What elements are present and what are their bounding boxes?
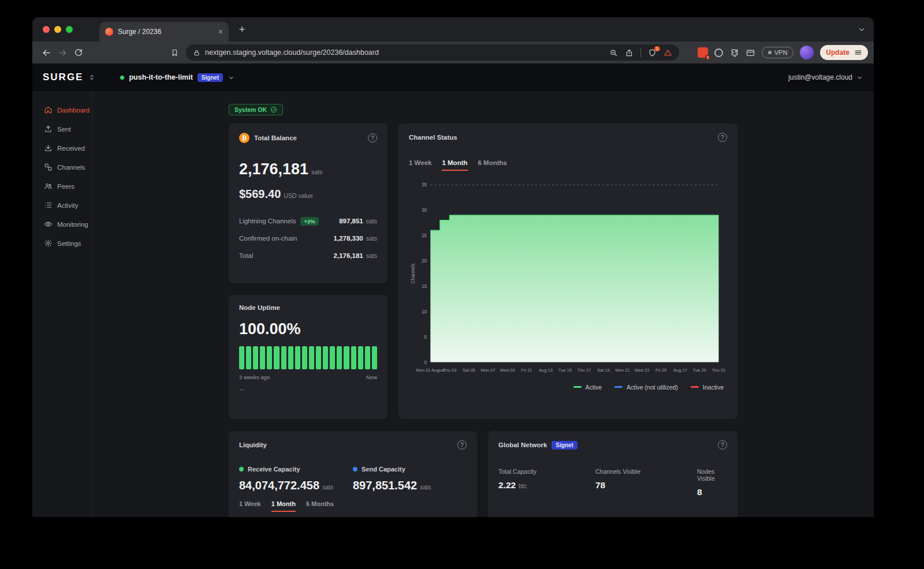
sidebar-item-label: Sent	[57, 126, 71, 133]
node-switcher-icon[interactable]	[88, 73, 96, 81]
new-tab-button[interactable]: +	[233, 21, 251, 38]
url-text[interactable]: nextgen.staging.voltage.cloud/surge/2023…	[205, 48, 605, 57]
usd-label: USD value	[284, 192, 312, 199]
percent-change-badge: +2%	[300, 217, 318, 226]
toolbar-right-cluster: 6 VPN Update	[698, 45, 868, 60]
uptime-bar	[330, 346, 335, 369]
help-icon[interactable]: ?	[368, 133, 377, 143]
channel-chart: 05101520253035Mon 01 AugustThu 03Sat 05M…	[409, 179, 727, 378]
adblock-extension-icon[interactable]: 6	[698, 47, 708, 58]
legend-item-inactive: Inactive	[691, 384, 724, 391]
reload-button[interactable]	[70, 44, 87, 61]
legend-label: Active	[586, 384, 602, 391]
tab-6-months[interactable]: 6 Months	[478, 159, 507, 171]
svg-text:5: 5	[424, 334, 427, 340]
minimize-window-button[interactable]	[54, 26, 61, 33]
browser-tab[interactable]: Surge / 20236 ×	[99, 22, 229, 42]
shield-badge: 1	[654, 46, 660, 51]
warning-extension-icon[interactable]	[664, 48, 672, 57]
wallet-icon[interactable]	[746, 48, 755, 58]
svg-text:30: 30	[422, 207, 427, 213]
vpn-button[interactable]: VPN	[762, 47, 794, 58]
system-status-label: System OK	[234, 106, 267, 113]
stat-channels-visible: Channels Visible 78	[595, 468, 697, 497]
receive-label: Receive Capacity	[248, 466, 300, 473]
sidebar-item-dashboard[interactable]: Dashboard	[32, 100, 92, 119]
sidebar-item-label: Channels	[57, 164, 85, 171]
update-button[interactable]: Update	[820, 45, 868, 60]
help-icon[interactable]: ?	[718, 133, 727, 142]
profile-avatar[interactable]	[800, 46, 814, 59]
uptime-back-arrow[interactable]: ←	[239, 385, 377, 392]
card-title: Total Balance	[254, 134, 297, 141]
back-button[interactable]	[38, 44, 54, 61]
sidebar-item-peers[interactable]: Peers	[32, 177, 92, 196]
sidebar-item-sent[interactable]: Sent	[32, 119, 92, 138]
site-security-lock-icon[interactable]	[193, 49, 200, 57]
legend-swatch	[573, 386, 582, 388]
tab-1-month[interactable]: 1 Month	[271, 500, 296, 512]
fullscreen-window-button[interactable]	[66, 26, 73, 33]
tab-1-month[interactable]: 1 Month	[442, 159, 467, 171]
tab-6-months[interactable]: 6 Months	[306, 500, 334, 512]
sidebar-item-label: Activity	[57, 202, 78, 209]
receive-value: 84,074,772.458	[239, 479, 319, 492]
balance-sats: 2,176,181	[239, 160, 308, 178]
svg-text:Fri 25: Fri 25	[655, 368, 666, 373]
zoom-out-icon[interactable]	[609, 48, 618, 57]
forward-button[interactable]	[54, 44, 70, 61]
tab-1-week[interactable]: 1 Week	[239, 500, 261, 512]
sidebar-item-label: Dashboard	[57, 107, 90, 114]
menu-hamburger-icon[interactable]	[854, 48, 862, 57]
svg-text:Sat 05: Sat 05	[463, 368, 475, 373]
global-network-card: Global Network Signet ? Total Capacity 2…	[488, 431, 737, 517]
uptime-bar	[337, 346, 342, 369]
uptime-bar	[288, 346, 293, 369]
eye-icon	[44, 220, 53, 229]
address-bar[interactable]: nextgen.staging.voltage.cloud/surge/2023…	[186, 44, 679, 61]
account-menu[interactable]: justin@voltage.cloud	[788, 73, 863, 81]
svg-text:10: 10	[422, 309, 427, 315]
row-label: Confirmed on-chain	[239, 235, 297, 242]
stat-value: 8	[697, 487, 702, 497]
tab-1-week[interactable]: 1 Week	[409, 159, 431, 171]
extensions-puzzle-icon[interactable]	[729, 48, 739, 58]
activity-list-icon	[44, 201, 53, 209]
dashboard-content[interactable]: System OK ₿ Total Balance ?	[92, 91, 874, 517]
svg-text:Channels: Channels	[410, 263, 416, 283]
bookmark-icon[interactable]	[166, 44, 182, 61]
node-selector[interactable]: push-it-to-the-limit Signet	[120, 73, 235, 82]
svg-text:Wed 09: Wed 09	[500, 368, 515, 373]
card-title: Channel Status	[409, 134, 457, 141]
total-balance-usd: $569.40USD value	[239, 188, 377, 201]
bitcoin-icon: ₿	[239, 133, 249, 143]
uptime-bar	[302, 346, 307, 369]
chevron-down-icon	[228, 74, 235, 81]
uptime-bar	[260, 346, 265, 369]
uptime-bar	[274, 346, 279, 369]
help-icon[interactable]: ?	[457, 440, 467, 450]
vpn-dot-icon	[768, 51, 772, 54]
browser-toolbar: nextgen.staging.voltage.cloud/surge/2023…	[32, 42, 874, 63]
share-icon[interactable]	[625, 48, 634, 57]
svg-text:Tue 15: Tue 15	[558, 368, 572, 373]
sidebar-item-received[interactable]: Received	[32, 138, 92, 158]
help-icon[interactable]: ?	[718, 440, 727, 450]
shield-extension-icon[interactable]: 1	[648, 48, 657, 57]
channel-status-tabs: 1 Week 1 Month 6 Months	[409, 159, 727, 171]
row-label: Total	[239, 252, 253, 259]
sidebar-item-monitoring[interactable]: Monitoring	[32, 215, 92, 234]
sidebar-item-channels[interactable]: Channels	[32, 158, 92, 177]
sidebar-item-settings[interactable]: Settings	[32, 234, 92, 253]
uptime-bar	[253, 346, 258, 369]
uptime-bar	[365, 346, 370, 369]
tab-close-icon[interactable]: ×	[218, 27, 223, 36]
adblock-badge: 6	[705, 55, 711, 60]
uptime-bar	[267, 346, 272, 369]
sidebar-item-activity[interactable]: Activity	[32, 196, 92, 215]
total-balance-card: ₿ Total Balance ? 2,176,181sats $569.40U…	[229, 123, 388, 283]
privacy-extension-icon[interactable]	[714, 48, 723, 57]
chevron-down-icon	[856, 74, 863, 81]
tab-search-chevron-icon[interactable]	[858, 25, 866, 33]
close-window-button[interactable]	[43, 26, 50, 33]
